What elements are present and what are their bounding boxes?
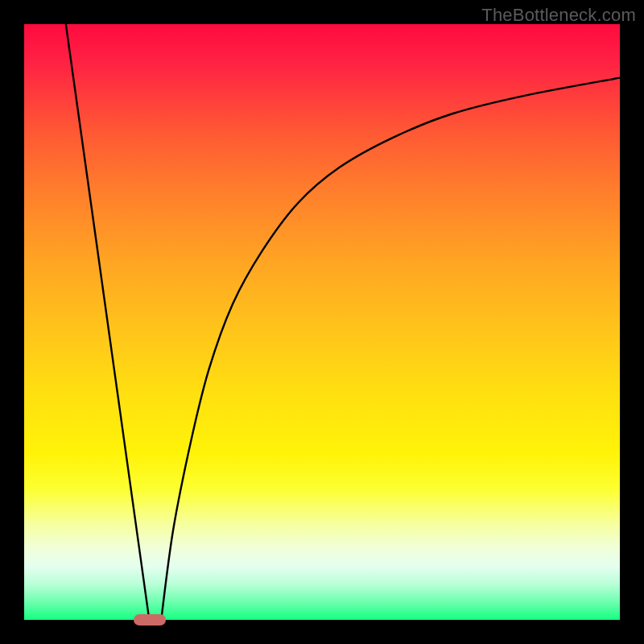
left-line	[66, 24, 150, 620]
plot-area	[24, 24, 620, 620]
right-curve	[161, 78, 620, 620]
chart-frame: TheBottleneck.com	[0, 0, 644, 644]
watermark-text: TheBottleneck.com	[481, 5, 636, 26]
bottleneck-marker	[134, 614, 166, 625]
curve-layer	[24, 24, 620, 620]
